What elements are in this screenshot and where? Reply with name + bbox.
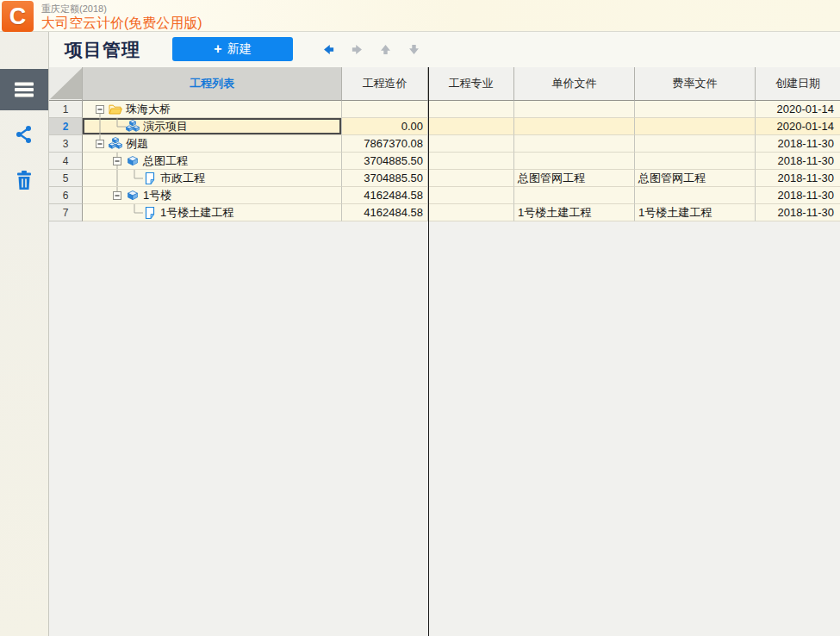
price-file-cell[interactable]: 1号楼土建工程 <box>514 204 635 221</box>
cost-cell[interactable] <box>342 101 428 118</box>
rate-file-cell[interactable] <box>635 153 756 170</box>
create-date-cell[interactable]: 2018-11-30 <box>756 204 840 221</box>
rate-file-cell[interactable]: 总图管网工程 <box>635 170 756 187</box>
project-table: 工程列表 工程造价 工程专业 单价文件 费率文件 创建日期 1珠海大桥2020-… <box>49 67 840 636</box>
price-file-cell[interactable] <box>514 187 635 204</box>
delete-button[interactable] <box>0 168 48 192</box>
create-date-cell[interactable]: 2018-11-30 <box>756 187 840 204</box>
folder-open-icon <box>109 103 122 116</box>
project-name-cell[interactable]: 珠海大桥 <box>83 101 342 118</box>
tree-guide <box>91 153 109 170</box>
rate-file-cell[interactable] <box>635 101 756 118</box>
create-date-cell[interactable]: 2020-01-14 <box>756 118 840 135</box>
row-number[interactable]: 5 <box>49 170 83 187</box>
up-arrow-icon[interactable] <box>378 42 393 57</box>
row-number[interactable]: 3 <box>49 135 83 153</box>
price-file-cell[interactable] <box>514 101 635 118</box>
share-icon <box>14 124 34 145</box>
new-button-label: 新建 <box>227 41 252 57</box>
cost-cell[interactable]: 0.00 <box>342 118 428 135</box>
project-name-cell[interactable]: 总图工程 <box>83 153 342 170</box>
project-name-cell[interactable]: 1号楼土建工程 <box>83 204 342 221</box>
rate-file-cell[interactable] <box>635 187 756 204</box>
menu-button[interactable] <box>0 69 48 110</box>
building-cube-icon <box>126 189 140 203</box>
cost-cell[interactable]: 4162484.58 <box>342 187 428 204</box>
app-logo-icon: C <box>2 1 34 32</box>
hamburger-icon <box>13 78 35 101</box>
table-header-row: 工程列表 工程造价 工程专业 单价文件 费率文件 创建日期 <box>49 67 840 101</box>
table-body: 1珠海大桥2020-01-142演示项目0.002020-01-143例题786… <box>49 101 840 221</box>
specialty-cell[interactable] <box>428 170 514 187</box>
specialty-cell[interactable] <box>428 204 514 221</box>
price-file-cell[interactable]: 总图管网工程 <box>514 170 635 187</box>
row-number[interactable]: 6 <box>49 187 83 204</box>
project-name-cell[interactable]: 演示项目 <box>83 118 342 135</box>
price-file-cell[interactable] <box>514 153 635 170</box>
tree-connector <box>126 204 143 221</box>
project-name-cell[interactable]: 例题 <box>83 135 342 153</box>
document-icon <box>143 171 157 185</box>
table-row[interactable]: 3例题7867370.082018-11-30 <box>49 135 840 153</box>
create-date-cell[interactable]: 2020-01-14 <box>756 101 840 118</box>
create-date-cell[interactable]: 2018-11-30 <box>756 135 840 153</box>
column-header-project-list[interactable]: 工程列表 <box>83 67 342 101</box>
project-name-cell[interactable]: 1号楼 <box>83 187 342 204</box>
table-row[interactable]: 61号楼4162484.582018-11-30 <box>49 187 840 204</box>
project-name-label: 例题 <box>126 135 148 152</box>
frozen-column-divider[interactable] <box>428 67 429 636</box>
back-arrow-icon[interactable] <box>321 42 336 57</box>
specialty-cell[interactable] <box>428 187 514 204</box>
tree-guide <box>109 170 126 187</box>
row-number[interactable]: 7 <box>49 204 83 221</box>
table-row[interactable]: 71号楼土建工程4162484.581号楼土建工程1号楼土建工程2018-11-… <box>49 204 840 221</box>
building-cube-icon <box>126 154 140 168</box>
specialty-cell[interactable] <box>428 101 514 118</box>
cost-cell[interactable]: 4162484.58 <box>342 204 428 221</box>
down-arrow-icon[interactable] <box>407 42 421 57</box>
price-file-cell[interactable] <box>514 118 635 135</box>
rate-file-cell[interactable] <box>635 135 756 153</box>
column-header-specialty[interactable]: 工程专业 <box>428 67 514 101</box>
tree-connector <box>109 118 126 135</box>
project-name-cell[interactable]: 市政工程 <box>83 170 342 187</box>
column-header-rate-file[interactable]: 费率文件 <box>635 67 756 101</box>
specialty-cell[interactable] <box>428 153 514 170</box>
tree-expander[interactable] <box>109 187 126 204</box>
table-row[interactable]: 1珠海大桥2020-01-14 <box>49 101 840 118</box>
toolbar: 项目管理 + 新建 <box>49 32 840 67</box>
tree-expander[interactable] <box>109 153 126 170</box>
row-number[interactable]: 1 <box>49 101 83 118</box>
table-row[interactable]: 2演示项目0.002020-01-14 <box>49 118 840 135</box>
specialty-cell[interactable] <box>428 135 514 153</box>
column-header-create-date[interactable]: 创建日期 <box>756 67 840 101</box>
tree-guide <box>109 204 126 221</box>
table-row[interactable]: 5市政工程3704885.50总图管网工程总图管网工程2018-11-30 <box>49 170 840 187</box>
create-date-cell[interactable]: 2018-11-30 <box>756 170 840 187</box>
cost-cell[interactable]: 7867370.08 <box>342 135 428 153</box>
project-name-label: 珠海大桥 <box>126 101 171 117</box>
table-row[interactable]: 4总图工程3704885.502018-11-30 <box>49 153 840 170</box>
row-number[interactable]: 2 <box>49 118 83 135</box>
row-number[interactable]: 4 <box>49 153 83 170</box>
new-project-button[interactable]: + 新建 <box>172 37 293 61</box>
column-header-cost[interactable]: 工程造价 <box>342 67 428 101</box>
tree-expander[interactable] <box>91 101 109 118</box>
tree-expander[interactable] <box>91 135 109 153</box>
cost-cell[interactable]: 3704885.50 <box>342 153 428 170</box>
create-date-cell[interactable]: 2018-11-30 <box>756 153 840 170</box>
select-all-corner[interactable] <box>49 67 83 101</box>
nav-arrows <box>321 42 421 57</box>
rate-file-cell[interactable] <box>635 118 756 135</box>
column-header-price-file[interactable]: 单价文件 <box>514 67 635 101</box>
specialty-cell[interactable] <box>428 118 514 135</box>
forward-arrow-icon[interactable] <box>350 42 364 57</box>
cost-cell[interactable]: 3704885.50 <box>342 170 428 187</box>
share-button[interactable] <box>0 122 48 147</box>
rate-file-cell[interactable]: 1号楼土建工程 <box>635 204 756 221</box>
project-name-label: 总图工程 <box>143 153 188 169</box>
tree-guide <box>91 204 109 221</box>
trash-icon <box>15 170 34 190</box>
price-file-cell[interactable] <box>514 135 635 153</box>
project-name-label: 市政工程 <box>160 170 205 186</box>
